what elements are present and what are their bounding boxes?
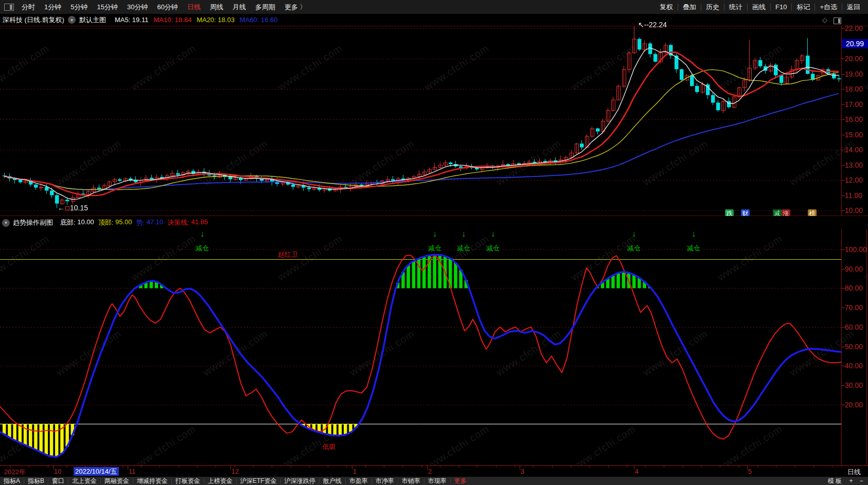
toolbar-item-13[interactable]: 市销率 <box>398 477 424 485</box>
toolbar-item-6[interactable]: 打板资金 <box>172 477 204 485</box>
ma-value-2: MA20: 18.03 <box>197 16 235 24</box>
window-icon[interactable] <box>4 4 14 11</box>
marker-box-icon <box>65 206 69 210</box>
reduce-position-label: 减仓 <box>486 244 500 253</box>
tool-menu-item-6[interactable]: 标记 <box>792 3 814 12</box>
tool-menu-item-5[interactable]: F10 <box>771 3 791 11</box>
toolbar-item-10[interactable]: 散户线 <box>320 477 345 485</box>
tool-menu-item-4[interactable]: 画线 <box>748 3 770 12</box>
date-minor-tick <box>291 466 291 468</box>
date-minor-tick <box>795 466 795 468</box>
chevron-down-circle-icon[interactable]: ▾ <box>2 219 10 227</box>
toolbar-item-14[interactable]: 市现率 <box>424 477 450 485</box>
toolbar-item-8[interactable]: 沪深ETF资金 <box>237 477 280 485</box>
date-minor-tick <box>421 466 422 468</box>
sub-param-label-2: 势: <box>136 218 145 227</box>
period-menu-item-10[interactable]: 更多 〉 <box>280 3 311 12</box>
toolbar-item-2[interactable]: 窗口 <box>48 477 68 485</box>
date-minor-tick <box>402 466 403 468</box>
tool-menu-item-2[interactable]: 历史 <box>701 3 724 12</box>
chevron-down-circle-icon[interactable]: ▾ <box>68 16 76 24</box>
date-minor-tick <box>179 466 179 468</box>
month-tick <box>427 466 428 470</box>
period-menu-item-6[interactable]: 日线 <box>183 3 205 12</box>
period-corner-label: 日线 <box>847 468 861 477</box>
toolbar-item-3[interactable]: 北上资金 <box>68 477 100 485</box>
date-minor-tick <box>739 466 739 468</box>
low-price-annotation: ←10.15 <box>58 204 88 212</box>
trading-app-window: 分时1分钟5分钟15分钟30分钟60分钟日线周线月线多周期更多 〉 复权叠加历史… <box>0 0 868 485</box>
toolbar-item-0[interactable]: 指标A <box>0 477 24 485</box>
date-minor-tick <box>757 466 758 468</box>
main-candlestick-chart[interactable] <box>0 26 868 215</box>
date-minor-tick <box>832 466 832 468</box>
toolbar-item-9[interactable]: 沪深涨跌停 <box>281 477 319 485</box>
diamond-icon[interactable]: ◇ <box>822 16 827 24</box>
date-minor-tick <box>384 466 384 468</box>
date-minor-tick <box>571 466 571 468</box>
sub-indicator-chart[interactable] <box>0 229 868 465</box>
tool-menu-item-0[interactable]: 复权 <box>655 3 678 12</box>
sub-chart-name: 趋势操作副图 <box>13 218 53 227</box>
main-chart-label[interactable]: 默认主图 <box>79 15 106 25</box>
tool-menu-item-7[interactable]: +自选 <box>815 3 842 12</box>
sub-param-value-3: 41.85 <box>189 218 208 227</box>
toolbar-item-15[interactable]: 更多 <box>451 477 470 485</box>
value-tick-label: 90.00 <box>845 265 867 273</box>
period-menu-item-9[interactable]: 多周期 <box>251 3 280 12</box>
toolbar-item-12[interactable]: 市净率 <box>372 477 398 485</box>
tool-menu-item-3[interactable]: 统计 <box>724 3 747 12</box>
date-minor-tick <box>608 466 609 468</box>
chart-title-bar: 深科技 (日线.前复权) ▾ 默认主图 MA5: 19.11MA10: 18.8… <box>0 14 868 26</box>
period-menu-item-0[interactable]: 分时 <box>17 3 40 12</box>
date-minor-tick <box>328 466 328 468</box>
month-label-3: 12 <box>232 468 239 475</box>
zoom-in-button[interactable]: + <box>846 477 856 484</box>
period-menu-item-7[interactable]: 周线 <box>205 3 228 12</box>
tool-menu-item-1[interactable]: 叠加 <box>678 3 701 12</box>
month-label-7: 4 <box>635 468 639 475</box>
tools-menu: 复权叠加历史统计画线F10标记+自选返回 <box>655 3 868 12</box>
sub-param-label-0: 底部: <box>60 218 76 227</box>
date-minor-tick <box>496 466 497 468</box>
reduce-arrow-icon: ↓ <box>632 230 636 238</box>
dip-buy-label: 低吸 <box>323 442 336 452</box>
toolbar-item-11[interactable]: 市盈率 <box>346 477 371 485</box>
price-tick-label: 10.00 <box>845 206 867 214</box>
value-tick-label: 70.00 <box>845 303 867 312</box>
zoom-out-button[interactable]: − <box>857 477 866 484</box>
value-tick-label: 80.00 <box>845 284 867 292</box>
month-tick <box>634 466 634 470</box>
annotation-arrow-icon: ← <box>58 204 65 212</box>
toolbar-item-5[interactable]: 增减持资金 <box>133 477 171 485</box>
period-menu-item-5[interactable]: 60分钟 <box>152 3 182 12</box>
split-pane-icon[interactable] <box>834 17 841 24</box>
toolbar-right: 模 板 + − <box>824 477 868 485</box>
reduce-position-label: 减仓 <box>428 244 441 253</box>
date-minor-tick <box>458 466 459 468</box>
period-menu-item-1[interactable]: 1分钟 <box>40 3 66 12</box>
price-tick-label: 13.00 <box>845 161 867 169</box>
toolbar-item-1[interactable]: 指标B <box>24 477 48 485</box>
date-minor-tick <box>365 466 366 468</box>
ma-legend: MA5: 19.11MA10: 18.84MA20: 18.03MA60: 16… <box>110 16 278 24</box>
sub-param-value-1: 95.00 <box>113 218 132 227</box>
date-minor-tick <box>197 466 198 468</box>
indicator-tabs: 指标A指标B窗口北上资金两融资金增减持资金打板资金上榜资金沪深ETF资金沪深涨跌… <box>0 477 470 485</box>
month-tick <box>231 466 231 470</box>
toolbar-item-7[interactable]: 上榜资金 <box>204 477 236 485</box>
reduce-arrow-icon: ↓ <box>692 230 696 238</box>
period-menu-item-2[interactable]: 5分钟 <box>66 3 92 12</box>
period-menu-item-4[interactable]: 30分钟 <box>122 3 152 12</box>
toolbar-item-4[interactable]: 两融资金 <box>101 477 133 485</box>
date-minor-tick <box>216 466 216 468</box>
tool-menu-item-8[interactable]: 返回 <box>842 3 865 12</box>
period-menu-item-8[interactable]: 月线 <box>228 3 251 12</box>
date-minor-tick <box>272 466 272 468</box>
date-minor-tick <box>29 466 29 468</box>
price-tick-label: 11.00 <box>845 191 867 200</box>
date-axis: 2022/10/14/五 日线 2022年10111212345 <box>0 465 868 477</box>
template-button[interactable]: 模 板 <box>824 477 845 485</box>
value-tick-label: 40.00 <box>845 362 867 370</box>
period-menu-item-3[interactable]: 15分钟 <box>92 3 122 12</box>
